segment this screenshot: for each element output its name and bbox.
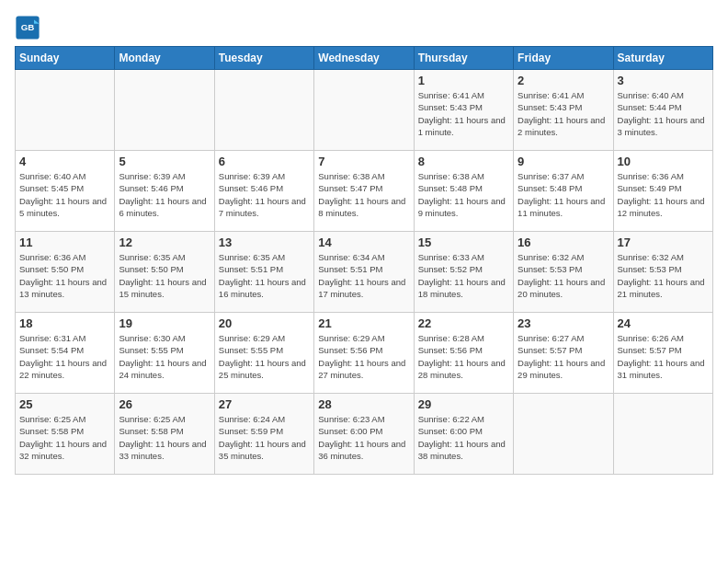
day-info: Sunrise: 6:28 AMSunset: 5:56 PMDaylight:… bbox=[418, 332, 509, 381]
calendar-cell: 4Sunrise: 6:40 AMSunset: 5:45 PMDaylight… bbox=[16, 151, 115, 232]
calendar-cell: 12Sunrise: 6:35 AMSunset: 5:50 PMDayligh… bbox=[115, 232, 214, 313]
calendar-cell: 9Sunrise: 6:37 AMSunset: 5:48 PMDaylight… bbox=[514, 151, 613, 232]
day-info: Sunrise: 6:25 AMSunset: 5:58 PMDaylight:… bbox=[19, 413, 110, 462]
calendar-cell: 14Sunrise: 6:34 AMSunset: 5:51 PMDayligh… bbox=[314, 232, 414, 313]
day-number: 16 bbox=[518, 236, 609, 249]
day-info: Sunrise: 6:32 AMSunset: 5:53 PMDaylight:… bbox=[518, 251, 609, 300]
calendar-cell: 22Sunrise: 6:28 AMSunset: 5:56 PMDayligh… bbox=[414, 313, 513, 394]
day-number: 22 bbox=[418, 316, 509, 330]
day-number: 27 bbox=[219, 397, 310, 411]
day-number: 21 bbox=[318, 316, 409, 330]
day-info: Sunrise: 6:35 AMSunset: 5:51 PMDaylight:… bbox=[219, 251, 310, 300]
day-info: Sunrise: 6:22 AMSunset: 6:00 PMDaylight:… bbox=[418, 413, 509, 462]
day-info: Sunrise: 6:40 AMSunset: 5:44 PMDaylight:… bbox=[618, 89, 709, 138]
day-number: 29 bbox=[418, 397, 509, 411]
calendar-week-row: 25Sunrise: 6:25 AMSunset: 5:58 PMDayligh… bbox=[16, 394, 713, 475]
day-info: Sunrise: 6:27 AMSunset: 5:57 PMDaylight:… bbox=[518, 332, 609, 381]
calendar-cell: 1Sunrise: 6:41 AMSunset: 5:43 PMDaylight… bbox=[414, 70, 513, 151]
day-number: 14 bbox=[318, 236, 409, 249]
calendar-cell bbox=[214, 70, 313, 151]
calendar-cell: 18Sunrise: 6:31 AMSunset: 5:54 PMDayligh… bbox=[16, 313, 115, 394]
weekday-header: Thursday bbox=[414, 47, 513, 70]
day-number: 3 bbox=[618, 74, 709, 87]
calendar-cell: 3Sunrise: 6:40 AMSunset: 5:44 PMDaylight… bbox=[613, 70, 712, 151]
calendar-week-row: 1Sunrise: 6:41 AMSunset: 5:43 PMDaylight… bbox=[16, 70, 713, 151]
day-number: 5 bbox=[119, 155, 210, 168]
day-info: Sunrise: 6:39 AMSunset: 5:46 PMDaylight:… bbox=[119, 170, 210, 219]
weekday-header: Monday bbox=[115, 47, 214, 70]
calendar-cell: 8Sunrise: 6:38 AMSunset: 5:48 PMDaylight… bbox=[414, 151, 513, 232]
day-info: Sunrise: 6:30 AMSunset: 5:55 PMDaylight:… bbox=[119, 332, 210, 381]
day-number: 11 bbox=[19, 236, 110, 249]
calendar-cell bbox=[16, 70, 115, 151]
day-info: Sunrise: 6:36 AMSunset: 5:50 PMDaylight:… bbox=[19, 251, 110, 300]
day-number: 4 bbox=[19, 155, 110, 168]
calendar-cell: 21Sunrise: 6:29 AMSunset: 5:56 PMDayligh… bbox=[314, 313, 414, 394]
calendar-cell: 23Sunrise: 6:27 AMSunset: 5:57 PMDayligh… bbox=[514, 313, 613, 394]
day-info: Sunrise: 6:25 AMSunset: 5:58 PMDaylight:… bbox=[119, 413, 210, 462]
day-info: Sunrise: 6:41 AMSunset: 5:43 PMDaylight:… bbox=[418, 89, 509, 138]
day-info: Sunrise: 6:31 AMSunset: 5:54 PMDaylight:… bbox=[19, 332, 110, 381]
day-number: 10 bbox=[618, 155, 709, 168]
calendar-week-row: 4Sunrise: 6:40 AMSunset: 5:45 PMDaylight… bbox=[16, 151, 713, 232]
calendar-cell: 24Sunrise: 6:26 AMSunset: 5:57 PMDayligh… bbox=[613, 313, 712, 394]
calendar-cell: 16Sunrise: 6:32 AMSunset: 5:53 PMDayligh… bbox=[514, 232, 613, 313]
calendar-cell: 26Sunrise: 6:25 AMSunset: 5:58 PMDayligh… bbox=[115, 394, 214, 475]
day-info: Sunrise: 6:38 AMSunset: 5:48 PMDaylight:… bbox=[418, 170, 509, 219]
calendar-cell: 20Sunrise: 6:29 AMSunset: 5:55 PMDayligh… bbox=[214, 313, 313, 394]
day-info: Sunrise: 6:36 AMSunset: 5:49 PMDaylight:… bbox=[618, 170, 709, 219]
calendar-cell: 11Sunrise: 6:36 AMSunset: 5:50 PMDayligh… bbox=[16, 232, 115, 313]
day-number: 19 bbox=[119, 316, 210, 330]
day-info: Sunrise: 6:40 AMSunset: 5:45 PMDaylight:… bbox=[19, 170, 110, 219]
day-number: 26 bbox=[119, 397, 210, 411]
day-info: Sunrise: 6:34 AMSunset: 5:51 PMDaylight:… bbox=[318, 251, 409, 300]
day-number: 6 bbox=[219, 155, 310, 168]
day-number: 12 bbox=[119, 236, 210, 249]
weekday-header: Tuesday bbox=[214, 47, 313, 70]
calendar-cell: 17Sunrise: 6:32 AMSunset: 5:53 PMDayligh… bbox=[613, 232, 712, 313]
calendar-cell: 10Sunrise: 6:36 AMSunset: 5:49 PMDayligh… bbox=[613, 151, 712, 232]
calendar-cell: 15Sunrise: 6:33 AMSunset: 5:52 PMDayligh… bbox=[414, 232, 513, 313]
day-number: 2 bbox=[518, 74, 609, 87]
calendar-cell: 2Sunrise: 6:41 AMSunset: 5:43 PMDaylight… bbox=[514, 70, 613, 151]
day-info: Sunrise: 6:38 AMSunset: 5:47 PMDaylight:… bbox=[318, 170, 409, 219]
day-number: 1 bbox=[418, 74, 509, 87]
calendar-table: SundayMondayTuesdayWednesdayThursdayFrid… bbox=[15, 46, 713, 475]
day-number: 25 bbox=[19, 397, 110, 411]
weekday-header: Saturday bbox=[613, 47, 712, 70]
calendar-week-row: 18Sunrise: 6:31 AMSunset: 5:54 PMDayligh… bbox=[16, 313, 713, 394]
calendar-cell: 13Sunrise: 6:35 AMSunset: 5:51 PMDayligh… bbox=[214, 232, 313, 313]
calendar-cell: 5Sunrise: 6:39 AMSunset: 5:46 PMDaylight… bbox=[115, 151, 214, 232]
day-number: 15 bbox=[418, 236, 509, 249]
day-number: 8 bbox=[418, 155, 509, 168]
logo: GB bbox=[15, 15, 44, 40]
day-number: 20 bbox=[219, 316, 310, 330]
day-number: 13 bbox=[219, 236, 310, 249]
calendar-cell: 27Sunrise: 6:24 AMSunset: 5:59 PMDayligh… bbox=[214, 394, 313, 475]
calendar-cell bbox=[115, 70, 214, 151]
day-number: 18 bbox=[19, 316, 110, 330]
calendar-week-row: 11Sunrise: 6:36 AMSunset: 5:50 PMDayligh… bbox=[16, 232, 713, 313]
day-number: 17 bbox=[618, 236, 709, 249]
calendar-cell bbox=[314, 70, 414, 151]
day-info: Sunrise: 6:37 AMSunset: 5:48 PMDaylight:… bbox=[518, 170, 609, 219]
day-number: 9 bbox=[518, 155, 609, 168]
day-info: Sunrise: 6:33 AMSunset: 5:52 PMDaylight:… bbox=[418, 251, 509, 300]
calendar-cell: 6Sunrise: 6:39 AMSunset: 5:46 PMDaylight… bbox=[214, 151, 313, 232]
day-number: 23 bbox=[518, 316, 609, 330]
calendar-cell: 7Sunrise: 6:38 AMSunset: 5:47 PMDaylight… bbox=[314, 151, 414, 232]
calendar-cell: 19Sunrise: 6:30 AMSunset: 5:55 PMDayligh… bbox=[115, 313, 214, 394]
day-info: Sunrise: 6:32 AMSunset: 5:53 PMDaylight:… bbox=[618, 251, 709, 300]
day-info: Sunrise: 6:35 AMSunset: 5:50 PMDaylight:… bbox=[119, 251, 210, 300]
day-info: Sunrise: 6:29 AMSunset: 5:56 PMDaylight:… bbox=[318, 332, 409, 381]
weekday-header: Friday bbox=[514, 47, 613, 70]
day-info: Sunrise: 6:29 AMSunset: 5:55 PMDaylight:… bbox=[219, 332, 310, 381]
calendar-cell bbox=[514, 394, 613, 475]
day-number: 7 bbox=[318, 155, 409, 168]
page-header: GB bbox=[15, 15, 713, 40]
calendar-cell: 25Sunrise: 6:25 AMSunset: 5:58 PMDayligh… bbox=[16, 394, 115, 475]
day-info: Sunrise: 6:23 AMSunset: 6:00 PMDaylight:… bbox=[318, 413, 409, 462]
day-info: Sunrise: 6:24 AMSunset: 5:59 PMDaylight:… bbox=[219, 413, 310, 462]
weekday-header: Wednesday bbox=[314, 47, 414, 70]
day-number: 28 bbox=[318, 397, 409, 411]
